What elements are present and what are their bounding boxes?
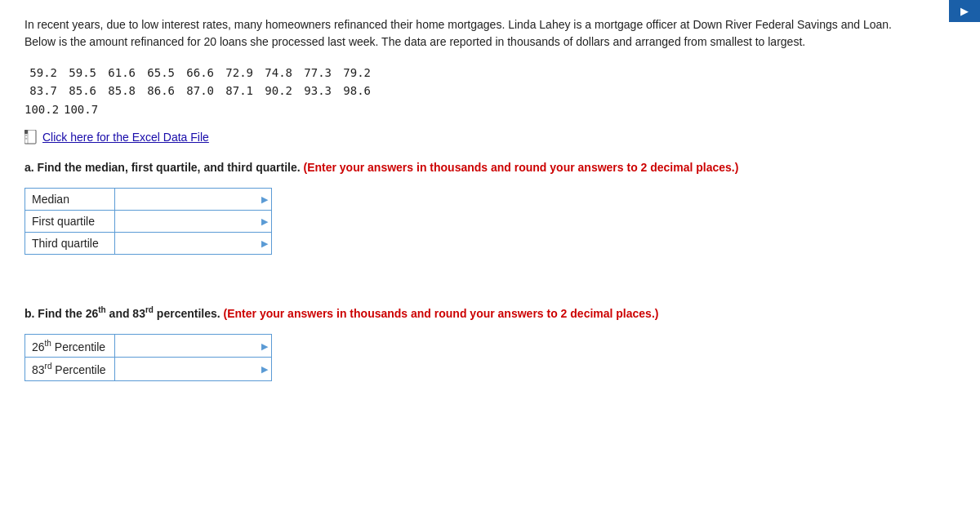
sup-th: th bbox=[98, 305, 105, 314]
table-row: 83rd Percentile bbox=[25, 358, 272, 381]
data-cell: 77.3 bbox=[299, 64, 338, 82]
data-cell: 79.2 bbox=[338, 64, 377, 82]
83rd-percentile-input-cell[interactable] bbox=[115, 358, 272, 381]
data-cell: 66.6 bbox=[181, 64, 220, 82]
data-cell: 90.2 bbox=[260, 82, 299, 100]
question-b-letter: b. bbox=[24, 307, 34, 320]
26th-percentile-input-cell[interactable] bbox=[115, 334, 272, 358]
question-a-text: Find the median, first quartile, and thi… bbox=[38, 161, 304, 174]
data-cell: 100.2 bbox=[24, 100, 64, 118]
26th-percentile-label: 26th Percentile bbox=[25, 334, 115, 358]
data-cell: 83.7 bbox=[24, 82, 64, 100]
sup-th-2: th bbox=[45, 339, 51, 348]
third-quartile-label: Third quartile bbox=[25, 233, 115, 255]
intro-text: In recent years, due to low interest rat… bbox=[24, 16, 923, 51]
excel-link[interactable]: ≡ ≡ Click here for the Excel Data File bbox=[24, 130, 956, 144]
first-quartile-label: First quartile bbox=[25, 211, 115, 233]
third-quartile-input[interactable] bbox=[122, 237, 265, 250]
data-row-2: 83.7 85.6 85.8 86.6 87.0 87.1 90.2 93.3 … bbox=[24, 82, 956, 100]
data-cell: 61.6 bbox=[103, 64, 142, 82]
first-quartile-input[interactable] bbox=[122, 215, 265, 228]
data-cell: 87.0 bbox=[181, 82, 220, 100]
data-cell: 100.7 bbox=[64, 100, 103, 118]
third-quartile-input-cell[interactable] bbox=[115, 233, 272, 255]
first-quartile-input-cell[interactable] bbox=[115, 211, 272, 233]
median-input-cell[interactable] bbox=[115, 189, 272, 211]
table-row: Third quartile bbox=[25, 233, 272, 255]
question-b-table: 26th Percentile 83rd Percentile bbox=[24, 334, 272, 381]
data-cell: 85.8 bbox=[103, 82, 142, 100]
data-cell: 65.5 bbox=[142, 64, 181, 82]
excel-icon: ≡ ≡ bbox=[24, 130, 38, 144]
sup-rd-2: rd bbox=[45, 362, 52, 371]
question-b-label: b. Find the 26th and 83rd percentiles. (… bbox=[24, 304, 923, 322]
83rd-percentile-input[interactable] bbox=[122, 362, 265, 376]
83rd-percentile-label: 83rd Percentile bbox=[25, 358, 115, 381]
26th-percentile-input[interactable] bbox=[122, 340, 265, 353]
data-cell: 87.1 bbox=[220, 82, 260, 100]
median-input[interactable] bbox=[122, 193, 265, 206]
svg-rect-4 bbox=[24, 130, 28, 134]
table-row: First quartile bbox=[25, 211, 272, 233]
data-cell: 74.8 bbox=[260, 64, 299, 82]
question-b-text: Find the 26th and 83rd percentiles. bbox=[38, 307, 223, 320]
data-cell: 59.2 bbox=[24, 64, 64, 82]
median-label: Median bbox=[25, 189, 115, 211]
data-cell: 85.6 bbox=[64, 82, 103, 100]
table-row: Median bbox=[25, 189, 272, 211]
excel-link-label: Click here for the Excel Data File bbox=[42, 131, 209, 144]
top-right-button[interactable]: ▶ bbox=[949, 0, 980, 22]
data-row-1: 59.2 59.5 61.6 65.5 66.6 72.9 74.8 77.3 … bbox=[24, 64, 956, 82]
question-a-letter: a. bbox=[24, 161, 34, 174]
data-row-3: 100.2 100.7 bbox=[24, 100, 956, 118]
data-table: 59.2 59.5 61.6 65.5 66.6 72.9 74.8 77.3 … bbox=[24, 64, 956, 118]
data-cell: 86.6 bbox=[142, 82, 181, 100]
data-cell: 98.6 bbox=[338, 82, 377, 100]
question-a-table: Median First quartile Third quartile bbox=[24, 188, 272, 255]
question-a-bold-red: (Enter your answers in thousands and rou… bbox=[304, 161, 739, 174]
sup-rd: rd bbox=[145, 305, 154, 314]
question-a-label: a. Find the median, first quartile, and … bbox=[24, 159, 923, 176]
table-row: 26th Percentile bbox=[25, 334, 272, 358]
data-cell: 93.3 bbox=[299, 82, 338, 100]
question-b-bold-red: (Enter your answers in thousands and rou… bbox=[224, 307, 659, 320]
data-cell: 59.5 bbox=[64, 64, 103, 82]
data-cell: 72.9 bbox=[220, 64, 260, 82]
